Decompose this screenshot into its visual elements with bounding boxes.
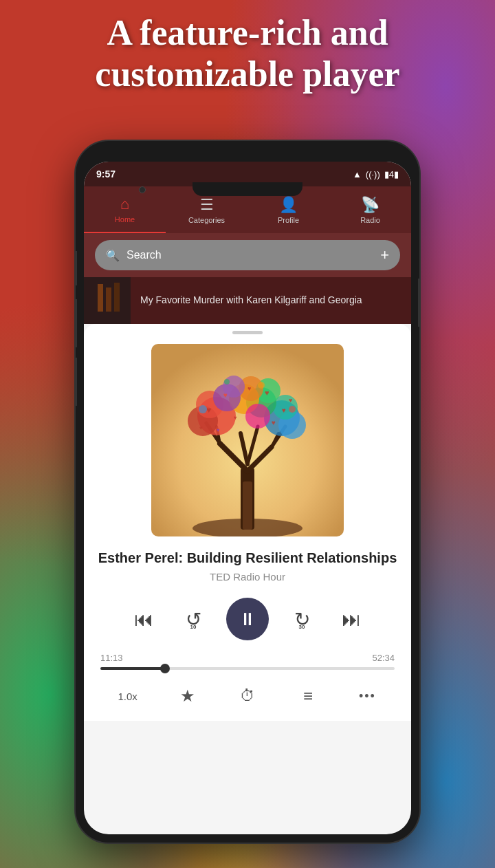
power-button [418,279,419,327]
player-sheet: ♥ ♥ ♥ ♥ ♥ ♥ ♥ ♥ ♥ ♥ Esthe [84,324,411,721]
search-bar-container: 🔍 Search + [84,233,411,277]
svg-point-42 [224,379,230,384]
controls-row: ⏮ ↺ 10 ⏸ ↻ 30 ⏭ [98,598,397,640]
nav-label-radio: Radio [360,216,380,224]
svg-point-28 [245,404,270,428]
svg-text:♥: ♥ [234,415,237,421]
progress-bar[interactable] [100,667,395,670]
skip-back-button[interactable]: ⏮ [127,603,160,636]
favorite-button[interactable]: ★ [173,684,203,708]
svg-text:♥: ♥ [199,425,203,431]
progress-thumb[interactable] [160,664,170,673]
svg-point-41 [258,382,265,389]
sheet-handle [232,331,263,334]
total-time: 52:34 [372,653,395,663]
svg-text:♥: ♥ [289,397,292,404]
podcast-thumbnail [84,277,131,324]
volume-up-button [76,299,77,347]
search-icon: 🔍 [106,249,120,262]
bottom-toolbar: 1.0x ★ ⏱ ≡ ••• [98,681,397,711]
artwork-container: ♥ ♥ ♥ ♥ ♥ ♥ ♥ ♥ ♥ ♥ [151,344,344,536]
header-text: A feature-rich and customizable player [0,12,495,95]
progress-fill [100,667,165,670]
nav-item-home[interactable]: ⌂ Home [84,186,166,233]
volume-down-button [76,358,77,406]
current-time: 11:13 [100,653,123,663]
skip-forward-button[interactable]: ⏭ [335,603,368,636]
more-options-button[interactable]: ••• [352,684,382,708]
notch [192,182,302,196]
replay-label: 10 [190,624,197,630]
wifi-icon: ((·)) [366,169,380,180]
svg-text:♥: ♥ [282,406,286,414]
speed-button[interactable]: 1.0x [113,684,143,708]
svg-text:♥: ♥ [248,385,251,392]
forward-label: 30 [299,624,305,630]
battery-icon: ▮4▮ [384,169,399,180]
progress-section: 11:13 52:34 [98,653,397,670]
svg-rect-3 [114,283,120,312]
status-icons: ▲ ((·)) ▮4▮ [353,169,399,180]
phone-screen: 9:57 ▲ ((·)) ▮4▮ ⌂ Home ☰ Categories 👤 P… [84,162,411,834]
svg-rect-7 [243,481,252,530]
header-line2: customizable player [95,54,399,94]
pause-button[interactable]: ⏸ [226,598,269,640]
track-title: Esther Perel: Building Resilient Relatio… [98,549,397,567]
search-bar[interactable]: 🔍 Search + [95,240,400,270]
mute-button [76,251,77,285]
forward-30-button[interactable]: ↻ 30 [285,603,318,636]
track-subtitle: TED Radio Hour [210,571,285,583]
add-icon[interactable]: + [380,246,389,264]
svg-text:♥: ♥ [217,427,220,433]
svg-text:♥: ♥ [223,391,228,399]
svg-point-40 [289,406,296,413]
profile-icon: 👤 [279,196,298,214]
playlist-button[interactable]: ≡ [292,684,322,708]
status-time: 9:57 [96,169,116,180]
svg-text:♥: ♥ [272,419,276,426]
replay-10-button[interactable]: ↺ 10 [177,603,210,636]
nav-label-profile: Profile [278,216,299,224]
categories-icon: ☰ [200,196,214,214]
svg-text:♥: ♥ [206,405,211,415]
search-placeholder: Search [126,249,162,261]
signal-icon: ▲ [353,169,362,180]
time-row: 11:13 52:34 [100,653,395,663]
svg-rect-1 [98,284,103,312]
phone-frame: 9:57 ▲ ((·)) ▮4▮ ⌂ Home ☰ Categories 👤 P… [76,141,419,843]
svg-rect-2 [106,287,111,312]
home-icon: ⌂ [120,195,129,213]
svg-text:♥: ♥ [265,389,270,397]
svg-point-39 [199,405,207,413]
nav-label-home: Home [115,215,135,224]
sleep-timer-button[interactable]: ⏱ [232,684,263,708]
camera-dot [139,186,146,193]
nav-item-radio[interactable]: 📡 Radio [329,186,411,233]
radio-icon: 📡 [361,196,380,214]
podcast-title: My Favorite Murder with Karen Kilgariff … [140,294,362,305]
podcast-info: My Favorite Murder with Karen Kilgariff … [131,294,372,307]
header-line1: A feature-rich and [107,13,388,52]
podcast-strip[interactable]: My Favorite Murder with Karen Kilgariff … [84,277,411,324]
nav-label-categories: Categories [188,216,225,224]
